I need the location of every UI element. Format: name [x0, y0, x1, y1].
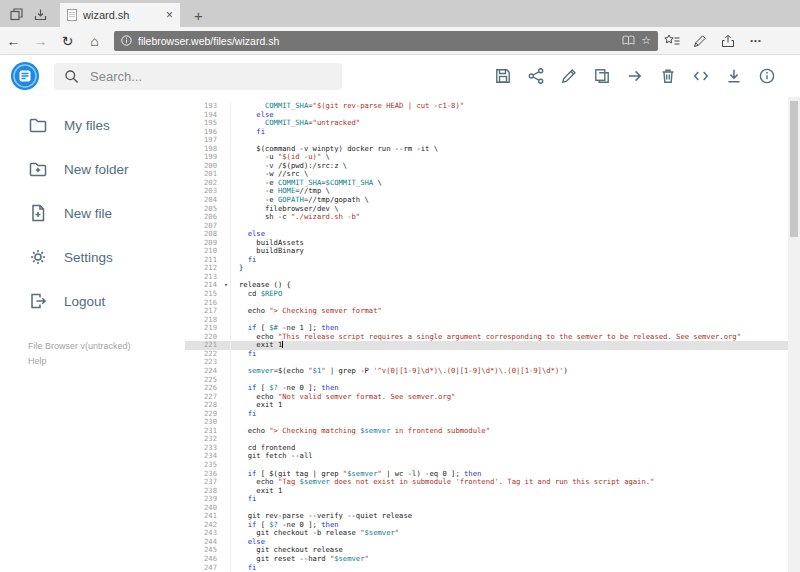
fold-arrow-icon[interactable]: ▾ [224, 281, 228, 290]
code-text [231, 358, 239, 367]
share-icon[interactable] [527, 67, 545, 85]
code-text: echo "This release script requires a sin… [231, 333, 741, 342]
share-page-icon[interactable] [714, 27, 742, 55]
code-text: fi [231, 128, 265, 137]
sidebar-item-my-files[interactable]: My files [0, 103, 185, 147]
code-line[interactable]: 229 fi [185, 410, 788, 419]
forward-icon[interactable]: → [27, 34, 54, 48]
code-lines: 193 COMMIT_SHA="$(git rev-parse HEAD | c… [185, 102, 788, 572]
code-text [231, 418, 239, 427]
code-line[interactable]: 210 buildBinary [185, 247, 788, 256]
code-text: git fetch --all [231, 452, 313, 461]
code-text: sh -c "./wizard.sh -b" [231, 213, 360, 222]
version-text: File Browser v(untracked) [28, 339, 185, 354]
sidebar-item-logout[interactable]: Logout [0, 279, 185, 323]
more-options-icon[interactable]: ••• [742, 27, 770, 55]
search-icon [64, 69, 79, 84]
browser-window: wizard.sh × + ← → ↻ ⌂ filebrowser.web/fi… [0, 0, 800, 572]
code-line[interactable]: 228 exit 1 [185, 401, 788, 410]
code-line[interactable]: 193 COMMIT_SHA="$(git rev-parse HEAD | c… [185, 102, 788, 111]
favorite-star-icon[interactable]: ☆ [641, 35, 651, 46]
line-number: 247 [185, 564, 231, 572]
sidebar-item-label: New folder [64, 162, 129, 177]
code-text: cd $REPO [231, 290, 282, 299]
info-icon[interactable] [758, 67, 776, 85]
code-line[interactable]: 246 git reset --hard "$semver" [185, 555, 788, 564]
code-text [231, 316, 239, 325]
app-header [0, 55, 800, 97]
code-text: semver=$(echo "$1" | grep -P '^v(0|[1-9]… [231, 367, 568, 376]
code-text: echo "> Checking semver format" [231, 307, 382, 316]
code-line[interactable]: 207 [185, 222, 788, 231]
code-text: } [231, 264, 243, 273]
hub-favorites-icon[interactable] [658, 27, 686, 55]
code-line[interactable]: 221 exit 1 [185, 341, 788, 350]
new-tab-button[interactable]: + [194, 8, 203, 23]
text-cursor [282, 341, 283, 348]
code-line[interactable]: 224 semver=$(echo "$1" | grep -P '^v(0|[… [185, 367, 788, 376]
code-line[interactable]: 238 exit 1 [185, 487, 788, 496]
code-text [231, 435, 239, 444]
code-line[interactable]: 206 sh -c "./wizard.sh -b" [185, 213, 788, 222]
delete-icon[interactable] [659, 67, 677, 85]
tab-close-icon[interactable]: × [166, 9, 173, 21]
home-icon[interactable]: ⌂ [81, 34, 108, 48]
code-line[interactable]: 239 fi [185, 495, 788, 504]
tab-preview-icon[interactable] [8, 6, 24, 22]
download-icon[interactable] [725, 67, 743, 85]
sidebar-item-new-file[interactable]: New file [0, 191, 185, 235]
code-text: echo "Tag $semver does not exist in subm… [231, 478, 654, 487]
search-box[interactable] [54, 63, 342, 90]
code-line[interactable]: 247 fi [185, 564, 788, 572]
edit-icon[interactable] [560, 67, 578, 85]
address-bar[interactable]: filebrowser.web/files/wizard.sh ☆ [114, 31, 658, 51]
code-line[interactable]: 215 cd $REPO [185, 290, 788, 299]
code-text: fi [231, 564, 256, 572]
page-icon [67, 9, 77, 21]
scrollbar[interactable] [788, 97, 800, 572]
back-icon[interactable]: ← [0, 34, 27, 48]
filebrowser-logo[interactable] [10, 61, 40, 91]
set-tabs-aside-icon[interactable] [32, 6, 48, 22]
code-line[interactable]: 196 fi [185, 128, 788, 137]
code-line[interactable]: 211 fi [185, 256, 788, 265]
code-icon[interactable] [692, 67, 710, 85]
logout-icon [28, 291, 48, 311]
site-info-icon[interactable] [121, 35, 132, 46]
sidebar-item-settings[interactable]: Settings [0, 235, 185, 279]
sidebar-item-new-folder[interactable]: New folder [0, 147, 185, 191]
code-text: fi [231, 350, 256, 359]
code-line[interactable]: 231 echo "> Checking matching $semver in… [185, 427, 788, 436]
search-input[interactable] [88, 68, 332, 85]
tab-title: wizard.sh [83, 9, 160, 21]
browser-toolbar: ← → ↻ ⌂ filebrowser.web/files/wizard.sh … [0, 27, 800, 55]
copy-icon[interactable] [593, 67, 611, 85]
new-folder-icon [28, 159, 48, 179]
code-line[interactable]: 234 git fetch --all [185, 452, 788, 461]
app-body: My files New folder New file Settings [0, 97, 800, 572]
folder-icon [28, 115, 48, 135]
url-text: filebrowser.web/files/wizard.sh [138, 35, 616, 47]
help-link[interactable]: Help [28, 354, 185, 369]
settings-icon [28, 247, 48, 267]
refresh-icon[interactable]: ↻ [54, 34, 81, 48]
save-icon[interactable] [494, 67, 512, 85]
file-actions-toolbar [494, 67, 776, 85]
code-text [231, 222, 239, 231]
scrollbar-thumb[interactable] [790, 101, 798, 237]
sidebar: My files New folder New file Settings [0, 97, 185, 572]
code-line[interactable]: 212} [185, 264, 788, 273]
browser-tab[interactable]: wizard.sh × [60, 3, 180, 27]
code-line[interactable]: 195 COMMIT_SHA="untracked" [185, 119, 788, 128]
code-text [231, 273, 239, 282]
code-line[interactable]: 222 fi [185, 350, 788, 359]
sidebar-footer: File Browser v(untracked) Help [28, 339, 185, 370]
code-line[interactable]: 243 git checkout -b release "$semver" [185, 529, 788, 538]
code-text [231, 299, 239, 308]
code-text: fi [231, 410, 256, 419]
code-line[interactable]: 217 echo "> Checking semver format" [185, 307, 788, 316]
reading-view-icon[interactable] [622, 35, 635, 46]
move-icon[interactable] [626, 67, 644, 85]
code-editor[interactable]: 193 COMMIT_SHA="$(git rev-parse HEAD | c… [185, 97, 788, 572]
ink-annotate-icon[interactable] [686, 27, 714, 55]
